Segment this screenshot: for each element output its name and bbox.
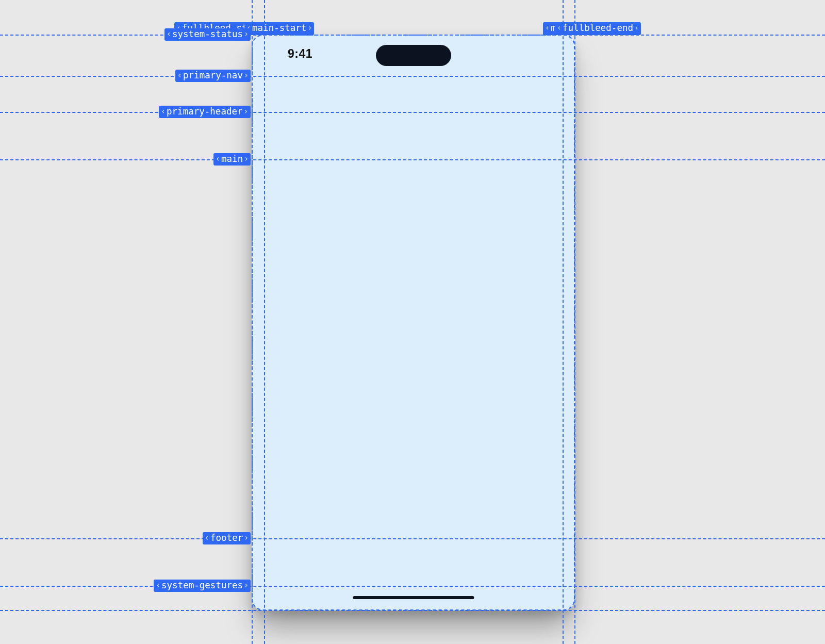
guide-tag-main-start: main-start (244, 22, 314, 35)
guide-tag-system-gestures: system-gestures (154, 580, 251, 592)
guide-tag-main: main (213, 153, 251, 166)
phone-frame: 9:41 (252, 35, 575, 610)
guide-tag-primary-nav: primary-nav (175, 70, 251, 82)
dynamic-island (376, 45, 451, 66)
guide-tag-fullbleed-end: fullbleed-end (555, 22, 641, 35)
guide-tag-system-status: system-status (164, 28, 251, 41)
phone-outline (252, 35, 575, 610)
guide-tag-footer: footer (203, 532, 251, 545)
svg-rect-0 (252, 35, 574, 610)
guide-tag-primary-header: primary-header (159, 106, 251, 119)
status-bar-time: 9:41 (288, 47, 312, 61)
home-indicator (353, 596, 474, 599)
